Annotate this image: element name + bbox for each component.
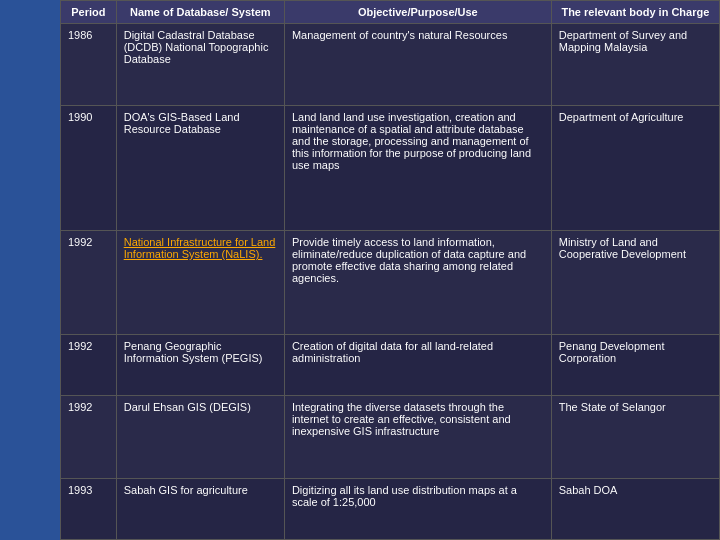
cell-body: The State of Selangor (551, 396, 719, 478)
cell-name: DOA's GIS-Based Land Resource Database (116, 106, 284, 231)
cell-objective: Land land land use investigation, creati… (284, 106, 551, 231)
cell-period: 1986 (61, 24, 117, 106)
header-name: Name of Database/ System (116, 1, 284, 24)
cell-name: Penang Geographic Information System (PE… (116, 334, 284, 395)
table-row: 1993Sabah GIS for agricultureDigitizing … (61, 478, 720, 539)
table-row: 1986Digital Cadastral Database (DCDB) Na… (61, 24, 720, 106)
cell-name: Darul Ehsan GIS (DEGIS) (116, 396, 284, 478)
cell-objective: Management of country's natural Resource… (284, 24, 551, 106)
db-link[interactable]: National Infrastructure for Land Informa… (124, 236, 276, 260)
cell-period: 1990 (61, 106, 117, 231)
cell-period: 1992 (61, 231, 117, 335)
table-row: 1992Penang Geographic Information System… (61, 334, 720, 395)
page-container: Period Name of Database/ System Objectiv… (0, 0, 720, 540)
sidebar (0, 0, 60, 540)
cell-body: Penang Development Corporation (551, 334, 719, 395)
cell-period: 1992 (61, 396, 117, 478)
cell-period: 1992 (61, 334, 117, 395)
header-period: Period (61, 1, 117, 24)
table-row: 1992National Infrastructure for Land Inf… (61, 231, 720, 335)
main-table: Period Name of Database/ System Objectiv… (60, 0, 720, 540)
header-objective: Objective/Purpose/Use (284, 1, 551, 24)
cell-objective: Provide timely access to land informatio… (284, 231, 551, 335)
cell-name: Sabah GIS for agriculture (116, 478, 284, 539)
cell-objective: Digitizing all its land use distribution… (284, 478, 551, 539)
cell-period: 1993 (61, 478, 117, 539)
cell-body: Department of Agriculture (551, 106, 719, 231)
table-row: 1992Darul Ehsan GIS (DEGIS)Integrating t… (61, 396, 720, 478)
header-body: The relevant body in Charge (551, 1, 719, 24)
cell-name[interactable]: National Infrastructure for Land Informa… (116, 231, 284, 335)
table-container: Period Name of Database/ System Objectiv… (60, 0, 720, 540)
cell-body: Ministry of Land and Cooperative Develop… (551, 231, 719, 335)
cell-body: Sabah DOA (551, 478, 719, 539)
table-body: 1986Digital Cadastral Database (DCDB) Na… (61, 24, 720, 540)
table-header-row: Period Name of Database/ System Objectiv… (61, 1, 720, 24)
cell-objective: Integrating the diverse datasets through… (284, 396, 551, 478)
cell-body: Department of Survey and Mapping Malaysi… (551, 24, 719, 106)
table-row: 1990DOA's GIS-Based Land Resource Databa… (61, 106, 720, 231)
cell-objective: Creation of digital data for all land-re… (284, 334, 551, 395)
cell-name: Digital Cadastral Database (DCDB) Nation… (116, 24, 284, 106)
